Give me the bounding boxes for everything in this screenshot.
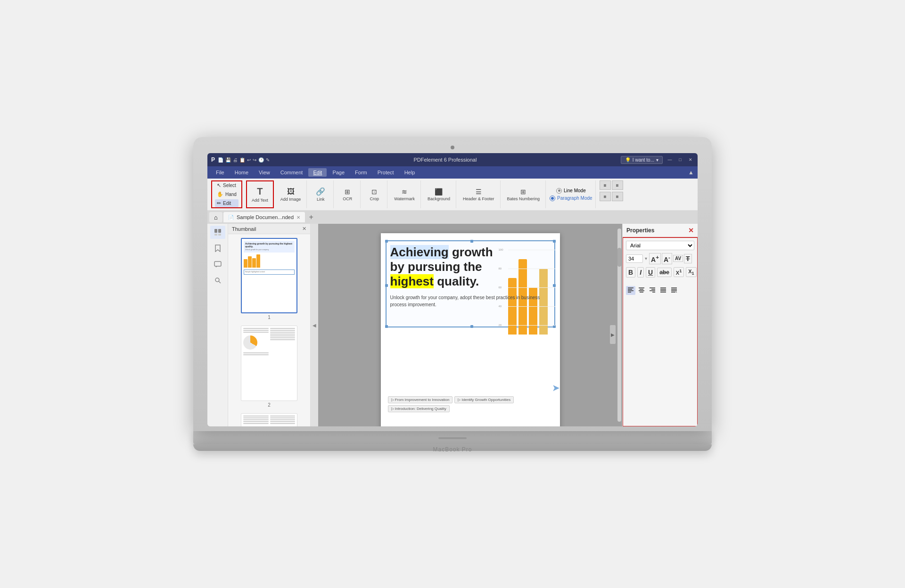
title-bar-right: 💡 I want to... ▾ — □ ✕ xyxy=(621,156,694,164)
extra-btn-4[interactable]: ≡ xyxy=(612,192,623,201)
select-tool-button[interactable]: ↖ Select xyxy=(215,181,239,189)
maximize-button[interactable]: □ xyxy=(677,156,683,163)
selection-handle-ml[interactable] xyxy=(385,284,388,287)
macbook-label: MacBook Pro xyxy=(193,444,712,454)
menu-home[interactable]: Home xyxy=(230,168,253,177)
toolbar-header-footer-section: ☰ Header & Footer xyxy=(457,180,501,208)
extra-top-buttons: ≡ ≡ xyxy=(600,180,623,190)
menu-page[interactable]: Page xyxy=(328,168,349,177)
toolbar-ocr-section: ⊞ OCR xyxy=(335,180,361,208)
redo-icon[interactable]: ↪ xyxy=(253,157,256,163)
font-size-dropdown[interactable]: ▾ xyxy=(645,256,647,261)
thumbnail-close-button[interactable]: ✕ xyxy=(302,226,306,232)
font-size-increase-button[interactable]: A+ xyxy=(649,253,661,264)
selection-handle-tm[interactable] xyxy=(470,240,473,243)
paragraph-mode-option[interactable]: Paragraph Mode xyxy=(550,196,592,201)
add-text-button[interactable]: T Add Text xyxy=(249,185,271,204)
time-icon[interactable]: 🕐 xyxy=(258,157,264,163)
thumbnail-page-2[interactable]: 2 xyxy=(232,326,306,408)
font-clear-format-button[interactable]: AV xyxy=(673,255,683,262)
ocr-button[interactable]: ⊞ OCR xyxy=(337,187,357,203)
menu-edit[interactable]: Edit xyxy=(308,168,327,177)
left-sidebar xyxy=(207,224,228,426)
menu-protect[interactable]: Protect xyxy=(373,168,399,177)
i-want-to-search[interactable]: 💡 I want to... ▾ xyxy=(621,156,663,164)
heading-yellow-word: highest xyxy=(390,274,434,288)
font-family-select[interactable]: Arial Times New Roman Helvetica xyxy=(626,241,694,250)
header-footer-button[interactable]: ☰ Header & Footer xyxy=(460,187,497,203)
bates-numbering-button[interactable]: ⊞ Bates Numbering xyxy=(504,187,543,203)
right-expand-handle[interactable]: ▶ xyxy=(610,325,616,344)
thumbnail-sidebar-icon[interactable] xyxy=(210,226,225,239)
new-doc-icon[interactable]: 📄 xyxy=(218,157,223,163)
menu-form[interactable]: Form xyxy=(350,168,372,177)
extra-btn-3[interactable]: ≡ xyxy=(600,192,611,201)
subscript-button[interactable]: X1 xyxy=(686,267,696,277)
selection-handle-bl[interactable] xyxy=(385,325,388,328)
italic-button[interactable]: I xyxy=(637,267,644,278)
align-left-button[interactable] xyxy=(626,286,635,295)
menu-bar: File Home View Comment Edit Page Form Pr… xyxy=(207,166,698,179)
font-more-button[interactable]: T xyxy=(684,254,692,263)
chevron-up-icon[interactable]: ▲ xyxy=(688,169,694,176)
hand-tool-button[interactable]: ✋ Hand xyxy=(215,190,239,198)
font-size-decrease-button[interactable]: A- xyxy=(662,253,672,264)
selection-handle-bm[interactable] xyxy=(470,325,473,328)
search-sidebar-icon[interactable] xyxy=(210,274,225,287)
menu-view[interactable]: View xyxy=(254,168,275,177)
extra-btn-2[interactable]: ≡ xyxy=(612,180,623,190)
align-right-button[interactable] xyxy=(648,286,657,295)
link-button[interactable]: 🔗 Link xyxy=(311,186,330,203)
close-button[interactable]: ✕ xyxy=(687,156,694,163)
app-logo: P xyxy=(211,156,215,163)
watermark-button[interactable]: ≋ Watermark xyxy=(391,187,418,203)
font-size-input[interactable] xyxy=(626,254,643,263)
properties-close-button[interactable]: ✕ xyxy=(688,227,694,234)
minimize-button[interactable]: — xyxy=(666,156,673,163)
strikethrough-button[interactable]: abe xyxy=(657,268,672,277)
undo-icon[interactable]: ↩ xyxy=(247,157,251,163)
toolbar-add-text-section: T Add Text xyxy=(246,180,274,208)
background-button[interactable]: ⬛ Background xyxy=(425,187,453,203)
clipboard-icon[interactable]: 📋 xyxy=(239,157,245,163)
print-icon[interactable]: 🖨 xyxy=(233,157,238,163)
thumbnail-header: Thumbnail ✕ xyxy=(228,224,310,234)
thumbnail-page-1-number: 1 xyxy=(268,315,271,320)
superscript-button[interactable]: X1 xyxy=(674,267,684,277)
font-select-row: Arial Times New Roman Helvetica xyxy=(626,241,694,250)
title-bar-left: P 📄 💾 🖨 📋 ↩ ↪ 🕐 ✎ xyxy=(211,156,270,163)
toolbar-extra-buttons: ≡ ≡ ≡ ≡ xyxy=(597,180,626,208)
svg-point-5 xyxy=(215,278,219,282)
edit-tool-button[interactable]: ✏ Edit xyxy=(215,199,239,207)
scrollbar-thumb[interactable] xyxy=(617,248,621,267)
bold-button[interactable]: B xyxy=(626,267,635,278)
save-icon[interactable]: 💾 xyxy=(225,157,231,163)
home-button[interactable]: ⌂ xyxy=(209,212,222,222)
line-mode-radio[interactable] xyxy=(556,188,562,194)
menu-help[interactable]: Help xyxy=(400,168,420,177)
selection-handle-tl[interactable] xyxy=(385,240,388,243)
panel-collapse-button[interactable]: ◀ xyxy=(311,224,318,426)
add-tab-button[interactable]: + xyxy=(306,212,316,222)
paragraph-mode-radio[interactable] xyxy=(550,196,555,201)
menu-file[interactable]: File xyxy=(211,168,229,177)
tab-close-button[interactable]: ✕ xyxy=(296,215,300,220)
pdf-subtext: Unlock growth for your company, adopt th… xyxy=(390,294,551,308)
comment-sidebar-icon[interactable] xyxy=(210,258,225,271)
add-image-button[interactable]: 🖼 Add Image xyxy=(278,186,304,203)
bookmark-sidebar-icon[interactable] xyxy=(210,242,225,255)
laptop-body: P 📄 💾 🖨 📋 ↩ ↪ 🕐 ✎ PDFel xyxy=(193,137,712,431)
align-options-button[interactable] xyxy=(669,286,679,295)
menu-comment[interactable]: Comment xyxy=(276,168,308,177)
document-tab[interactable]: 📄 Sample Documen...nded ✕ xyxy=(223,212,305,222)
edit-pen-icon[interactable]: ✎ xyxy=(266,157,270,163)
align-justify-button[interactable] xyxy=(658,286,668,295)
underline-button[interactable]: U xyxy=(646,267,655,278)
line-mode-option[interactable]: Line Mode xyxy=(556,188,586,194)
extra-btn-1[interactable]: ≡ xyxy=(600,180,611,190)
crop-button[interactable]: ⊡ Crop xyxy=(364,187,384,203)
thumbnail-page-3[interactable]: 3 xyxy=(232,413,306,426)
thumbnail-title: Thumbnail xyxy=(232,226,256,232)
thumbnail-page-1[interactable]: Achieving growth by pursuing the highest… xyxy=(232,238,306,320)
align-center-button[interactable] xyxy=(637,286,646,295)
